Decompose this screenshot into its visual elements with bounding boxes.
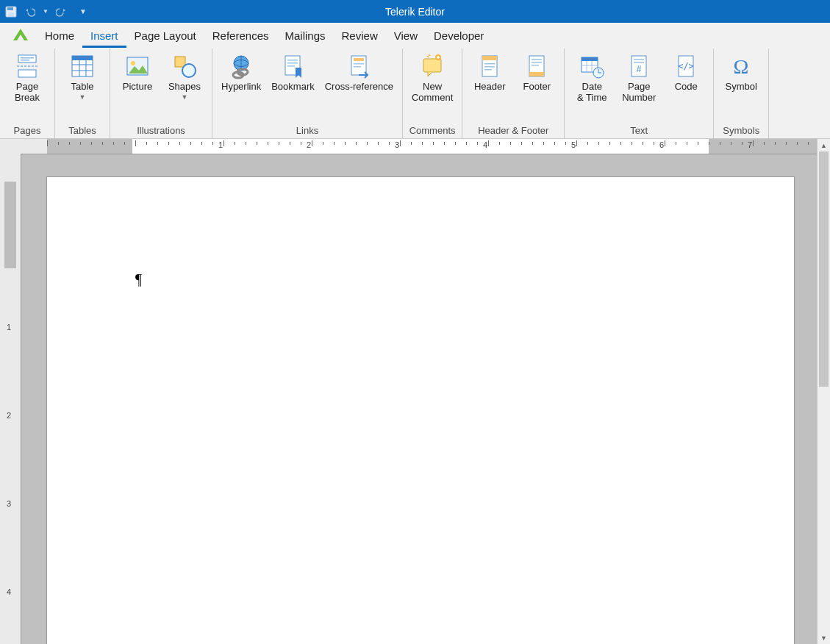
- symbol-icon: Ω: [728, 53, 754, 79]
- paragraph-mark-icon: ¶: [135, 271, 142, 288]
- hyperlink-label: Hyperlink: [221, 82, 261, 93]
- group-label: Symbols: [723, 124, 759, 138]
- ruler-number: 5: [571, 140, 576, 149]
- app-title: Telerik Editor: [385, 6, 445, 18]
- horizontal-ruler[interactable]: 1234567: [21, 139, 818, 154]
- svg-rect-33: [484, 63, 495, 65]
- new-comment-button[interactable]: New Comment: [407, 50, 457, 104]
- group-label: Header & Footer: [478, 124, 548, 138]
- svg-text:Ω: Ω: [734, 55, 749, 78]
- vruler-number: 3: [7, 499, 11, 508]
- tab-review[interactable]: Review: [334, 24, 386, 48]
- svg-rect-2: [8, 12, 14, 16]
- tab-home[interactable]: Home: [37, 24, 82, 48]
- page-break-label: Page Break: [15, 82, 40, 104]
- symbol-button[interactable]: ΩSymbol: [718, 50, 764, 93]
- svg-rect-28: [354, 66, 361, 68]
- header-button[interactable]: Header: [467, 50, 512, 93]
- page-number-icon: #: [626, 53, 652, 79]
- footer-icon: [523, 53, 550, 79]
- new-comment-label: New Comment: [412, 82, 453, 104]
- shapes-dropdown-icon[interactable]: ▼: [182, 93, 188, 101]
- scroll-down-icon[interactable]: ▼: [818, 632, 830, 644]
- tab-mailings[interactable]: Mailings: [277, 24, 334, 48]
- ribbon-group-pages: Page BreakPages: [0, 49, 55, 138]
- table-button[interactable]: Table▼: [60, 50, 105, 101]
- svg-rect-9: [72, 56, 93, 60]
- svg-rect-42: [582, 57, 598, 61]
- date-time-button[interactable]: Date & Time: [569, 50, 615, 104]
- symbol-label: Symbol: [726, 82, 757, 93]
- svg-rect-4: [18, 70, 36, 77]
- svg-rect-49: [634, 62, 644, 63]
- shapes-button[interactable]: Shapes▼: [162, 50, 207, 101]
- svg-rect-23: [287, 62, 298, 64]
- picture-button[interactable]: Picture: [115, 50, 160, 93]
- page-number-button[interactable]: #Page Number: [616, 50, 662, 104]
- bookmark-label: Bookmark: [271, 82, 315, 93]
- ruler-number: 1: [218, 140, 223, 149]
- vruler-number: 4: [7, 587, 11, 596]
- page-break-icon: [14, 53, 40, 79]
- svg-rect-39: [532, 62, 542, 63]
- hyperlink-icon: [228, 53, 254, 79]
- svg-rect-37: [529, 72, 544, 76]
- ribbon-group-comments: New CommentComments: [403, 49, 462, 138]
- undo-icon[interactable]: [24, 5, 37, 18]
- cross-reference-button[interactable]: Cross-reference: [321, 50, 398, 93]
- bookmark-button[interactable]: Bookmark: [267, 50, 319, 93]
- group-label: Text: [630, 124, 648, 138]
- qat-customize-icon[interactable]: ▼: [79, 7, 87, 15]
- document-area: 1234567 1234 ¶ ▲ ▼: [0, 139, 830, 644]
- redo-icon[interactable]: [54, 5, 68, 18]
- svg-text:#: #: [637, 64, 642, 74]
- footer-button[interactable]: Footer: [514, 50, 559, 93]
- tab-developer[interactable]: Developer: [426, 24, 492, 48]
- ribbon-group-symbols: ΩSymbolSymbols: [714, 49, 769, 138]
- vertical-ruler[interactable]: 1234: [0, 154, 21, 644]
- code-icon: </>: [673, 53, 699, 79]
- tab-view[interactable]: View: [386, 24, 426, 48]
- ruler-number: 7: [748, 140, 752, 149]
- table-label: Table: [71, 82, 93, 93]
- page-break-button[interactable]: Page Break: [4, 50, 50, 104]
- ruler-number: 6: [659, 140, 664, 149]
- ribbon-group-text: Date & Time#Page Number</>CodeText: [565, 49, 714, 138]
- shapes-icon: [171, 53, 198, 79]
- svg-point-15: [131, 61, 135, 65]
- ribbon-group-links: HyperlinkBookmarkCross-referenceLinks: [212, 49, 403, 138]
- app-button[interactable]: [4, 23, 37, 48]
- tab-insert[interactable]: Insert: [82, 24, 126, 48]
- scrollbar-thumb[interactable]: [819, 151, 829, 387]
- ruler-number: 3: [395, 140, 399, 149]
- vertical-scrollbar[interactable]: ▲ ▼: [817, 139, 830, 644]
- undo-dropdown-icon[interactable]: ▼: [43, 8, 49, 15]
- svg-rect-26: [354, 58, 364, 61]
- scroll-up-icon[interactable]: ▲: [818, 139, 830, 151]
- svg-rect-16: [175, 57, 185, 67]
- ribbon-group-illustrations: PictureShapes▼Illustrations: [110, 49, 212, 138]
- svg-rect-32: [482, 56, 497, 60]
- group-label: Pages: [14, 124, 41, 138]
- svg-rect-35: [484, 69, 492, 71]
- group-label: Links: [296, 124, 318, 138]
- title-bar: ▼ ▼ Telerik Editor: [0, 0, 830, 23]
- table-dropdown-icon[interactable]: ▼: [79, 93, 86, 101]
- bookmark-icon: [279, 53, 306, 79]
- document-page[interactable]: ¶: [47, 177, 794, 644]
- date-time-label: Date & Time: [577, 82, 607, 104]
- ribbon-tab-row: HomeInsertPage LayoutReferencesMailingsR…: [0, 23, 830, 49]
- tab-page-layout[interactable]: Page Layout: [126, 24, 204, 48]
- cross-reference-label: Cross-reference: [325, 82, 393, 93]
- svg-point-17: [182, 64, 196, 77]
- hyperlink-button[interactable]: Hyperlink: [217, 50, 265, 93]
- header-label: Header: [474, 82, 506, 93]
- page-number-label: Page Number: [622, 82, 656, 104]
- tab-references[interactable]: References: [204, 24, 277, 48]
- header-icon: [476, 53, 503, 79]
- svg-rect-29: [423, 59, 441, 72]
- vruler-number: 2: [7, 411, 11, 420]
- save-icon[interactable]: [4, 5, 18, 18]
- date-time-icon: [579, 53, 605, 79]
- code-button[interactable]: </>Code: [663, 50, 709, 93]
